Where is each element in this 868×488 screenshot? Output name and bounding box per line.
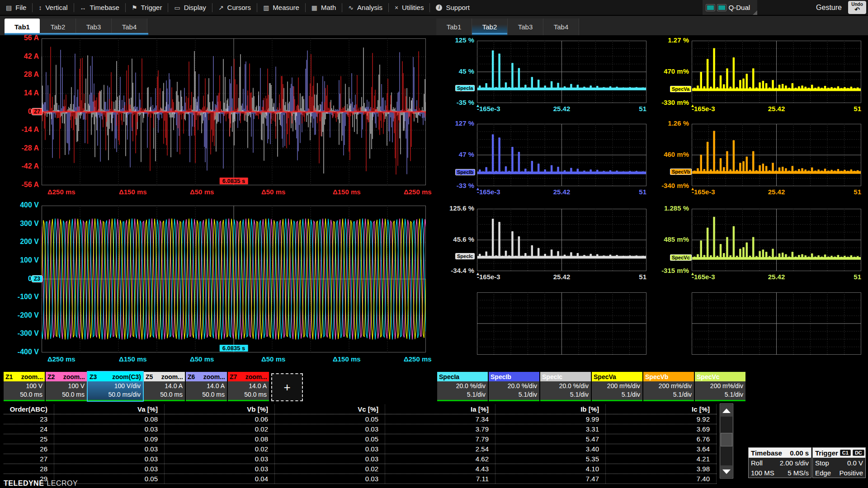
voltage-waveform-plot-zero-marker-z3[interactable]: Z3: [32, 275, 42, 282]
tab-right-tab3[interactable]: Tab3: [508, 19, 543, 35]
qdual-label: Q-Dual: [729, 4, 750, 11]
table-row[interactable]: 260.030.020.032.543.403.64: [4, 444, 717, 454]
menu-item-trigger[interactable]: ⚑Trigger: [126, 0, 168, 15]
spectrum-y-label: -330 m%: [659, 99, 689, 106]
table-row[interactable]: 230.080.060.057.349.999.92: [4, 414, 717, 424]
zoom-descriptor-z3[interactable]: Z3zoom(C3)100 V/div50.0 ms/div: [88, 372, 143, 401]
descriptor-header: SpecVc: [695, 372, 745, 381]
table-row[interactable]: 270.030.030.034.625.354.21: [4, 454, 717, 464]
x-axis-label-max: 51: [854, 188, 861, 196]
spectrum-badge-specvc[interactable]: SpecVc: [670, 254, 692, 261]
tab-right-tab4[interactable]: Tab4: [543, 19, 579, 35]
x-axis-label-mid: 25.42: [553, 188, 571, 196]
menu-item-math[interactable]: ▦Math: [306, 0, 342, 15]
spectrum-plot-specic[interactable]: [477, 209, 646, 271]
up-arrow-icon: [722, 408, 731, 413]
empty-grid-panel[interactable]: [477, 292, 646, 355]
descriptor-hscale: 50.0 ms/div: [88, 390, 141, 399]
zoom-descriptor-z5[interactable]: Z5zoom...14.0 A50.0 ms: [144, 372, 185, 401]
current-waveform-plot-time-badge[interactable]: 6.0835 s: [220, 178, 248, 184]
table-cell: 28: [4, 464, 54, 474]
scroll-up-button[interactable]: [721, 404, 732, 417]
menu-item-support[interactable]: iSupport: [430, 0, 476, 15]
table-scrollbar[interactable]: [720, 404, 733, 479]
cursors-icon: ↗: [218, 5, 224, 11]
menu-item-analysis[interactable]: ∿Analysis: [342, 0, 388, 15]
timebase-panel[interactable]: Timebase 0.00 s Roll2.00 s/div 100 MS5 M…: [748, 447, 811, 478]
descriptor-name: SpecVc: [697, 373, 720, 380]
descriptor-status-bar: [540, 400, 591, 401]
zoom-descriptor-z1[interactable]: Z1zoom...100 V50.0 ms: [4, 372, 45, 401]
trigger-coupling-badge: DC: [853, 450, 864, 456]
menu-item-utilities[interactable]: ×Utilities: [389, 0, 430, 15]
spectrum-y-label: 470 m%: [659, 67, 689, 75]
voltage-waveform-plot-time-badge[interactable]: 6.0835 s: [220, 345, 248, 352]
menu-item-label: Vertical: [45, 4, 67, 11]
spectrum-y-label: -35 %: [444, 99, 474, 106]
x-axis-label-mid: 25.42: [553, 105, 571, 113]
menu-item-measure[interactable]: ▥Measure: [257, 0, 305, 15]
timebase-value: 0.00 s: [790, 449, 809, 457]
spectrum-plot-specib[interactable]: [477, 124, 646, 186]
descriptor-source: zoom(C3): [112, 373, 141, 380]
spectrum-badge-specvb[interactable]: SpecVb: [670, 169, 692, 175]
dual-screen-icon: [706, 5, 715, 11]
table-cell: 0.05: [275, 414, 385, 424]
zoom-descriptor-z2[interactable]: Z2zoom...100 V50.0 ms: [46, 372, 87, 401]
spectrum-descriptor-specib[interactable]: SpecIb20.0 %/div5.1/div: [489, 372, 539, 401]
descriptor-header: SpecIb: [489, 372, 539, 381]
x-axis-label-mid: 25.42: [768, 273, 785, 281]
spectrum-descriptor-specic[interactable]: SpecIc20.0 %/div5.1/div: [540, 372, 591, 401]
menu-item-file[interactable]: ▤File: [0, 0, 32, 15]
spectrum-x-axis-labels: -165e-325.4251: [477, 188, 646, 196]
menu-item-timebase[interactable]: ↔Timebase: [74, 0, 125, 15]
spectrum-plot-specvb[interactable]: [692, 124, 861, 186]
spectrum-plot-specia[interactable]: [477, 41, 646, 103]
empty-grid-panel[interactable]: [692, 292, 861, 355]
tab-right-tab1[interactable]: Tab1: [436, 19, 472, 35]
x-axis-label-min: -165e-3: [477, 188, 500, 196]
table-row[interactable]: 290.050.040.037.117.477.40: [4, 474, 717, 484]
spectrum-badge-specic[interactable]: SpecIc: [455, 253, 475, 259]
spectrum-descriptor-specia[interactable]: SpecIa20.0 %/div5.1/div: [437, 372, 488, 401]
scroll-thumb[interactable]: [721, 433, 732, 446]
voltage-waveform-plot[interactable]: 6.0835 s: [42, 206, 426, 352]
table-row[interactable]: 240.030.020.033.793.313.69: [4, 424, 717, 434]
current-waveform-plot-zero-marker-z7[interactable]: Z7: [32, 108, 42, 115]
descriptor-header: SpecVb: [643, 372, 694, 381]
menu-item-cursors[interactable]: ↗Cursors: [212, 0, 257, 15]
spectrum-descriptor-specvb[interactable]: SpecVb200 m%/div5.1/div: [643, 372, 694, 401]
spectrum-descriptor-specvc[interactable]: SpecVc200 m%/div5.1/div: [695, 372, 745, 401]
y-axis-label: 28 A: [24, 70, 39, 79]
menu-item-vertical[interactable]: ↕Vertical: [33, 0, 73, 15]
zoom-descriptor-z7[interactable]: Z7zoom...14.0 A50.0 ms: [228, 372, 269, 401]
descriptor-hscale: 5.1/div: [695, 390, 743, 399]
zoom-descriptor-z6[interactable]: Z6zoom...14.0 A50.0 ms: [186, 372, 227, 401]
descriptor-status-bar: [144, 400, 185, 401]
spectrum-y-label: -33 %: [444, 182, 474, 189]
descriptor-channel: Z5: [146, 373, 153, 380]
analysis-icon: ∿: [348, 5, 354, 11]
spectrum-badge-specia[interactable]: SpecIa: [455, 85, 475, 91]
descriptor-header: Z3zoom(C3): [88, 372, 143, 381]
support-icon: i: [436, 5, 442, 11]
undo-button[interactable]: Undo ↶: [848, 1, 866, 14]
descriptor-header: Z1zoom...: [4, 372, 45, 381]
spectrum-descriptor-specva[interactable]: SpecVa200 m%/div5.1/div: [592, 372, 642, 401]
table-row[interactable]: 280.030.030.024.434.103.98: [4, 464, 717, 474]
descriptor-header: Z5zoom...: [144, 372, 185, 381]
add-trace-button[interactable]: +: [271, 373, 303, 401]
menu-item-display[interactable]: ▭Display: [168, 0, 212, 15]
scroll-down-button[interactable]: [721, 465, 732, 478]
spectrum-plot-specvc[interactable]: [692, 209, 861, 271]
spectrum-plot-specva[interactable]: [692, 41, 861, 103]
descriptor-vscale: 200 m%/div: [695, 382, 743, 390]
y-axis-label: 42 A: [24, 52, 39, 61]
qdual-display-selector[interactable]: Q-Dual: [703, 0, 758, 15]
current-waveform-plot[interactable]: 6.0835 s: [42, 38, 426, 185]
table-cell: 0.03: [275, 454, 385, 464]
spectrum-badge-specib[interactable]: SpecIb: [455, 169, 475, 175]
table-row[interactable]: 250.090.080.057.795.476.76: [4, 434, 717, 444]
spectrum-badge-specva[interactable]: SpecVa: [670, 86, 691, 92]
trigger-panel[interactable]: Trigger C1 DC Stop0.0 V EdgePositive: [812, 447, 866, 478]
